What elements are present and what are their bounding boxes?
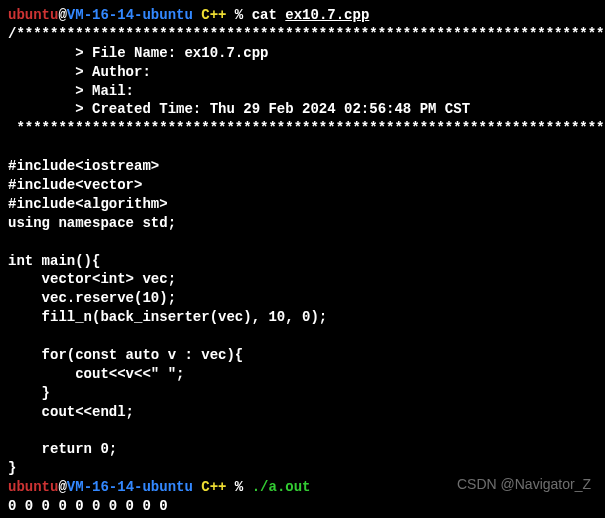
prompt-at: @	[58, 479, 66, 495]
prompt-line-2: ubuntu@VM-16-14-ubuntu C++ % ./a.out	[8, 479, 311, 495]
command-cat: cat	[252, 7, 286, 23]
prompt-at: @	[58, 7, 66, 23]
include-iostream: #include<iostream>	[8, 158, 159, 174]
line-main-close: }	[8, 460, 16, 476]
line-fill-n: fill_n(back_inserter(vec), 10, 0);	[8, 309, 327, 325]
header-author: > Author:	[8, 64, 151, 80]
line-close-brace: }	[8, 385, 50, 401]
comment-border-bottom: ****************************************…	[8, 120, 605, 136]
prompt-host: VM-16-14-ubuntu	[67, 7, 193, 23]
line-cout-v: cout<<v<<" ";	[8, 366, 184, 382]
terminal-output[interactable]: ubuntu@VM-16-14-ubuntu C++ % cat ex10.7.…	[0, 0, 605, 518]
line-vector-decl: vector<int> vec;	[8, 271, 176, 287]
line-reserve: vec.reserve(10);	[8, 290, 176, 306]
include-vector: #include<vector>	[8, 177, 142, 193]
command-run: ./a.out	[252, 479, 311, 495]
include-algorithm: #include<algorithm>	[8, 196, 168, 212]
watermark-text: CSDN @Navigator_Z	[457, 476, 591, 492]
using-namespace: using namespace std;	[8, 215, 176, 231]
line-return: return 0;	[8, 441, 117, 457]
prompt-line-1: ubuntu@VM-16-14-ubuntu C++ % cat ex10.7.…	[8, 7, 369, 23]
prompt-dir: C++	[193, 479, 227, 495]
prompt-user: ubuntu	[8, 7, 58, 23]
header-file-name: > File Name: ex10.7.cpp	[8, 45, 268, 61]
header-created-time: > Created Time: Thu 29 Feb 2024 02:56:48…	[8, 101, 470, 117]
comment-border-top: /***************************************…	[8, 26, 605, 42]
header-mail: > Mail:	[8, 83, 134, 99]
prompt-host: VM-16-14-ubuntu	[67, 479, 193, 495]
program-output: 0 0 0 0 0 0 0 0 0 0	[8, 498, 168, 514]
prompt-percent: %	[226, 7, 251, 23]
prompt-percent: %	[226, 479, 251, 495]
line-for: for(const auto v : vec){	[8, 347, 243, 363]
prompt-dir: C++	[193, 7, 227, 23]
main-signature: int main(){	[8, 253, 100, 269]
prompt-user: ubuntu	[8, 479, 58, 495]
line-cout-endl: cout<<endl;	[8, 404, 134, 420]
command-arg-filename: ex10.7.cpp	[285, 7, 369, 23]
